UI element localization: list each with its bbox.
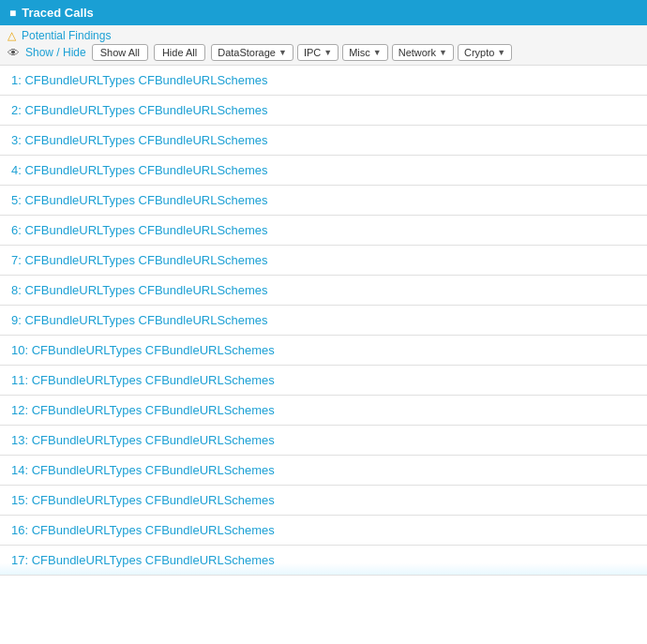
list-item[interactable]: 17: CFBundleURLTypes CFBundleURLSchemes <box>0 546 647 576</box>
filter-datastorage-button[interactable]: DataStorage▼ <box>211 44 293 61</box>
show-hide-row: 👁 Show / Hide Show All Hide All DataStor… <box>8 44 639 61</box>
list-container: 1: CFBundleURLTypes CFBundleURLSchemes2:… <box>0 66 647 576</box>
title-bar-label: Traced Calls <box>22 6 94 20</box>
title-bar-icon: ■ <box>9 7 16 20</box>
filter-buttons: DataStorage▼IPC▼Misc▼Network▼Crypto▼ <box>211 44 512 61</box>
warning-icon: △ <box>8 29 16 42</box>
list-item[interactable]: 9: CFBundleURLTypes CFBundleURLSchemes <box>0 306 647 336</box>
potential-findings-label: Potential Findings <box>22 29 111 42</box>
chevron-down-icon: ▼ <box>497 48 505 57</box>
list-item[interactable]: 12: CFBundleURLTypes CFBundleURLSchemes <box>0 396 647 426</box>
potential-findings-row: △ Potential Findings <box>8 29 639 42</box>
list-item[interactable]: 1: CFBundleURLTypes CFBundleURLSchemes <box>0 66 647 96</box>
chevron-down-icon: ▼ <box>278 48 287 57</box>
list-item[interactable]: 3: CFBundleURLTypes CFBundleURLSchemes <box>0 126 647 156</box>
list-item[interactable]: 15: CFBundleURLTypes CFBundleURLSchemes <box>0 486 647 516</box>
list-item[interactable]: 4: CFBundleURLTypes CFBundleURLSchemes <box>0 156 647 186</box>
list-item[interactable]: 8: CFBundleURLTypes CFBundleURLSchemes <box>0 276 647 306</box>
list-item[interactable]: 5: CFBundleURLTypes CFBundleURLSchemes <box>0 186 647 216</box>
filter-crypto-button[interactable]: Crypto▼ <box>458 44 512 61</box>
list-item[interactable]: 14: CFBundleURLTypes CFBundleURLSchemes <box>0 456 647 486</box>
eye-icon: 👁 <box>8 46 20 60</box>
filter-ipc-button[interactable]: IPC▼ <box>297 44 339 61</box>
filter-network-button[interactable]: Network▼ <box>392 44 454 61</box>
list-item[interactable]: 10: CFBundleURLTypes CFBundleURLSchemes <box>0 336 647 366</box>
filter-misc-button[interactable]: Misc▼ <box>342 44 388 61</box>
chevron-down-icon: ▼ <box>373 48 382 57</box>
chevron-down-icon: ▼ <box>439 48 447 57</box>
chevron-down-icon: ▼ <box>324 48 332 57</box>
title-bar: ■ Traced Calls <box>0 0 647 25</box>
list-item[interactable]: 2: CFBundleURLTypes CFBundleURLSchemes <box>0 96 647 126</box>
list-item[interactable]: 13: CFBundleURLTypes CFBundleURLSchemes <box>0 426 647 456</box>
show-hide-label: Show / Hide <box>25 46 86 59</box>
toolbar: △ Potential Findings 👁 Show / Hide Show … <box>0 25 647 66</box>
list-item[interactable]: 6: CFBundleURLTypes CFBundleURLSchemes <box>0 216 647 246</box>
hide-all-button[interactable]: Hide All <box>154 44 205 61</box>
list-item[interactable]: 11: CFBundleURLTypes CFBundleURLSchemes <box>0 366 647 396</box>
list-item[interactable]: 7: CFBundleURLTypes CFBundleURLSchemes <box>0 246 647 276</box>
show-all-button[interactable]: Show All <box>92 44 148 61</box>
list-item[interactable]: 16: CFBundleURLTypes CFBundleURLSchemes <box>0 516 647 546</box>
